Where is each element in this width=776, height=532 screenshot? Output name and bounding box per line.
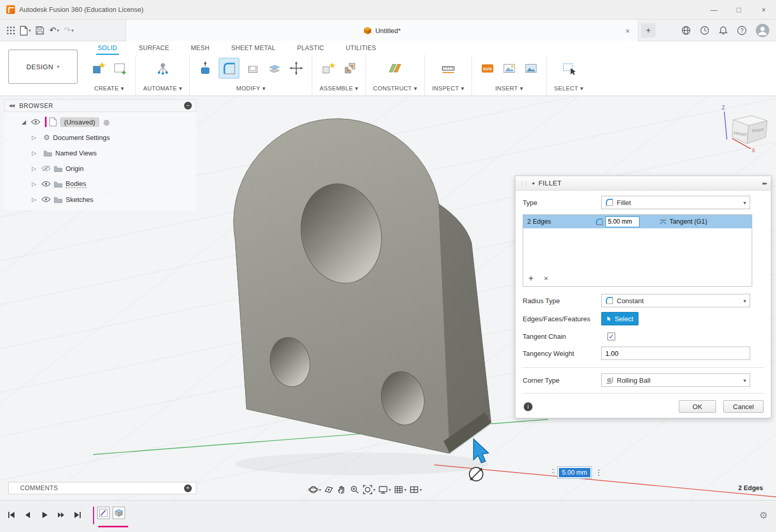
tangent-chain-checkbox[interactable]: ✓ [607, 333, 615, 340]
edge-set-row[interactable]: 2 Edges Tangent (G1) [523, 215, 752, 228]
item-label[interactable]: Origin [66, 165, 84, 173]
radius-type-dropdown[interactable]: Constant ▾ [601, 294, 750, 307]
type-dropdown[interactable]: Fillet ▾ [601, 196, 750, 209]
floating-radius-value[interactable]: 5.00 mm [559, 468, 590, 477]
insert-svg-icon[interactable]: SVG [479, 60, 496, 76]
tab-surface[interactable]: SURFACE [138, 44, 171, 55]
view-cube[interactable]: Z X FRONT RIGHT [720, 102, 774, 157]
group-label-construct[interactable]: CONSTRUCT▾ [373, 85, 417, 92]
item-label[interactable]: Bodies [66, 180, 86, 188]
fillet-drag-handle-icon[interactable] [469, 467, 483, 481]
automate-icon[interactable] [155, 60, 171, 76]
ok-button[interactable]: OK [679, 400, 716, 413]
timeline-sketch-feature[interactable] [97, 507, 110, 519]
browser-minimize-icon[interactable]: – [184, 102, 192, 109]
document-root-label[interactable]: (Unsaved) [60, 117, 99, 127]
grid-settings-icon[interactable]: ▾ [393, 484, 406, 495]
maximize-button[interactable]: □ [726, 0, 751, 20]
user-avatar[interactable] [755, 23, 770, 38]
eye-icon[interactable] [31, 119, 40, 125]
group-label-inspect[interactable]: INSPECT▾ [432, 85, 464, 92]
extensions-globe-icon[interactable] [681, 25, 691, 36]
group-label-assemble[interactable]: ASSEMBLE▾ [319, 85, 358, 92]
select-tool-icon[interactable] [560, 60, 577, 76]
split-body-icon[interactable] [266, 60, 283, 76]
select-button[interactable]: Select [601, 312, 638, 325]
item-label[interactable]: Named Views [55, 149, 97, 157]
floating-radius-input[interactable]: 5.00 mm [557, 466, 592, 479]
tab-utilities[interactable]: UTILITIES [344, 44, 378, 55]
model-part[interactable] [234, 119, 491, 453]
undo-button[interactable]: ↶ ▾ [48, 23, 61, 38]
add-edge-set-icon[interactable]: + [528, 273, 534, 284]
radius-input[interactable] [605, 216, 640, 227]
job-status-clock-icon[interactable] [699, 25, 710, 36]
timeline-play-button[interactable] [39, 510, 50, 520]
activate-target-icon[interactable]: ◎ [103, 118, 109, 126]
timeline-playhead[interactable] [93, 507, 94, 524]
dialog-expand-icon[interactable]: ▸▸ [763, 180, 767, 186]
cancel-button[interactable]: Cancel [723, 400, 764, 413]
joint-icon[interactable] [342, 60, 358, 76]
insert-canvas-icon[interactable] [523, 60, 539, 76]
pan-icon[interactable] [337, 484, 347, 495]
expander-icon[interactable]: ▷ [30, 150, 38, 157]
timeline-extrude-feature[interactable] [113, 507, 125, 519]
group-label-create[interactable]: CREATE▾ [94, 85, 124, 92]
orbit-icon[interactable]: ▾ [308, 484, 321, 495]
group-label-select[interactable]: SELECT▾ [554, 85, 584, 92]
look-at-icon[interactable] [324, 484, 334, 495]
move-copy-icon[interactable] [288, 60, 305, 76]
drag-grip-icon[interactable] [551, 467, 555, 478]
group-label-insert[interactable]: INSERT▾ [495, 85, 523, 92]
tab-solid[interactable]: SOLID [96, 44, 119, 55]
browser-root-row[interactable]: ◢ (Unsaved) ◎ [4, 114, 196, 130]
app-grid-menu-icon[interactable] [4, 23, 18, 38]
close-button[interactable]: × [751, 0, 776, 20]
tab-mesh[interactable]: MESH [189, 44, 211, 55]
root-expander-icon[interactable]: ◢ [20, 119, 28, 126]
insert-decal-icon[interactable] [501, 60, 518, 76]
notifications-bell-icon[interactable] [718, 25, 728, 36]
browser-item-sketches[interactable]: ▷ Sketches [4, 192, 196, 207]
new-tab-button[interactable]: + [641, 23, 656, 38]
info-icon[interactable]: i [524, 402, 532, 411]
new-component-icon[interactable] [90, 60, 106, 76]
shell-icon[interactable] [245, 60, 261, 76]
create-sketch-icon[interactable] [112, 60, 128, 76]
file-menu-button[interactable]: ▾ [19, 23, 32, 38]
timeline-step-back-button[interactable] [23, 510, 33, 520]
item-label[interactable]: Sketches [66, 196, 93, 204]
remove-edge-set-icon[interactable]: × [544, 274, 548, 283]
assemble-component-icon[interactable] [320, 60, 337, 76]
add-comment-icon[interactable]: + [184, 484, 192, 492]
kebab-menu-icon[interactable]: ⋮ [595, 468, 603, 477]
timeline-gear-icon[interactable]: ⚙ [759, 510, 768, 521]
fit-icon[interactable]: ▾ [362, 484, 375, 495]
group-label-automate[interactable]: AUTOMATE▾ [143, 85, 182, 92]
browser-item-document-settings[interactable]: ▷ ⚙ Document Settings [4, 130, 196, 145]
comments-bar[interactable]: COMMENTS + [8, 482, 196, 494]
tab-sheet-metal[interactable]: SHEET METAL [230, 44, 277, 55]
browser-item-origin[interactable]: ▷ Origin [4, 161, 196, 176]
viewports-icon[interactable]: ▾ [409, 484, 422, 495]
item-label[interactable]: Document Settings [53, 134, 110, 142]
browser-header[interactable]: ◀◀ BROWSER – [4, 99, 196, 112]
timeline-go-to-start-button[interactable] [6, 510, 17, 520]
expander-icon[interactable]: ▷ [30, 196, 38, 203]
eye-icon[interactable] [41, 181, 51, 187]
expander-icon[interactable]: ▷ [30, 181, 38, 187]
edge-selection-table[interactable]: 2 Edges Tangent (G1) + × [523, 214, 752, 287]
fillet-dialog-header[interactable]: ⋮⋮ ● FILLET ▸▸ [515, 176, 771, 191]
timeline-step-forward-button[interactable] [56, 510, 66, 520]
tab-plastic[interactable]: PLASTIC [296, 44, 326, 55]
expander-icon[interactable]: ▷ [30, 165, 38, 172]
redo-button[interactable]: ↷ ▾ [62, 23, 75, 38]
browser-item-bodies[interactable]: ▷ Bodies [4, 176, 196, 192]
continuity-value[interactable]: Tangent (G1) [670, 218, 707, 225]
timeline-go-to-end-button[interactable] [72, 510, 83, 520]
eye-icon[interactable] [41, 196, 51, 202]
zoom-icon[interactable] [349, 484, 360, 495]
help-icon[interactable]: ? [737, 25, 747, 36]
construct-plane-icon[interactable] [387, 60, 403, 76]
